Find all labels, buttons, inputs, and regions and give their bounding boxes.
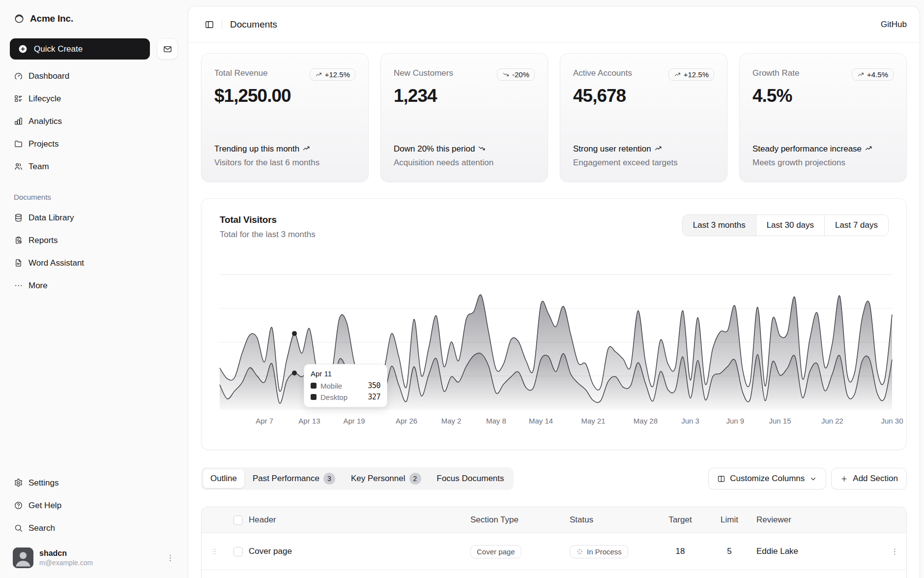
brand[interactable]: Acme Inc.: [8, 7, 180, 30]
trend-badge: -20%: [497, 68, 535, 81]
section-type-badge: Cover page: [470, 545, 521, 558]
nav-label: Word Assistant: [29, 258, 84, 268]
sidebar-item-word-assistant[interactable]: Word Assistant: [8, 253, 180, 273]
quick-create-button[interactable]: Quick Create: [10, 38, 150, 60]
quick-create-row: Quick Create: [10, 38, 178, 60]
sidebar-item-data-library[interactable]: Data Library: [8, 208, 180, 227]
tab-outline[interactable]: Outline: [203, 469, 244, 488]
mail-icon: [163, 44, 173, 54]
nav-label: Settings: [29, 478, 58, 488]
nav-label: Get Help: [29, 501, 61, 511]
trend-up-icon: [674, 71, 681, 78]
sidebar-item-lifecycle[interactable]: Lifecycle: [8, 89, 180, 108]
customize-columns-button[interactable]: Customize Columns: [708, 468, 826, 489]
sidebar-toggle-button[interactable]: [201, 16, 218, 33]
svg-text:Apr 13: Apr 13: [298, 417, 320, 425]
select-all-checkbox[interactable]: [233, 516, 243, 525]
cell-reviewer[interactable]: Eddie Lake: [756, 547, 883, 556]
tooltip-row: Mobile350: [311, 381, 380, 390]
nav-label: Lifecycle: [29, 94, 61, 104]
col-target: Target: [658, 515, 702, 525]
user-row[interactable]: shadcn m@example.com: [8, 544, 180, 572]
sidebar-item-analytics[interactable]: Analytics: [8, 112, 180, 131]
panel-left-icon: [204, 20, 214, 30]
sidebar-item-get-help[interactable]: Get Help: [8, 496, 180, 515]
cell-limit[interactable]: 5: [727, 547, 731, 556]
svg-text:Apr 26: Apr 26: [396, 417, 417, 425]
table-row[interactable]: Cover pageCover pageIn Process185Eddie L…: [202, 533, 906, 570]
area-chart[interactable]: Apr 7Apr 13Apr 19Apr 26May 2May 8May 14M…: [202, 199, 910, 451]
tabs-actions: Customize Columns Add Section: [708, 468, 907, 489]
stat-subtext: Meets growth projections: [752, 158, 894, 168]
inbox-button[interactable]: [157, 38, 178, 60]
tooltip-series-value: 327: [368, 393, 380, 401]
sidebar-item-more[interactable]: More: [8, 276, 180, 295]
nav-label: Search: [29, 523, 55, 533]
report-icon: [14, 236, 23, 245]
trend-up-icon: [315, 71, 322, 78]
page-title: Documents: [230, 19, 277, 30]
sidebar-item-projects[interactable]: Projects: [8, 134, 180, 153]
trend-up-icon: [651, 144, 663, 153]
plus-icon: [840, 475, 848, 483]
brand-name: Acme Inc.: [30, 13, 73, 24]
nav-label: Team: [29, 162, 49, 172]
stat-footnote: Trending up this month: [214, 143, 355, 155]
sidebar-footer: SettingsGet HelpSearch shadcn m@example.…: [8, 473, 180, 572]
stat-title: Total Revenue: [214, 68, 268, 78]
svg-text:Jun 9: Jun 9: [726, 417, 744, 425]
row-checkbox[interactable]: [233, 547, 243, 556]
drag-handle[interactable]: [202, 547, 227, 556]
content: Total Revenue+12.5%$1,250.00Trending up …: [188, 43, 920, 578]
chart-tooltip: Apr 11 Mobile350Desktop327: [304, 364, 387, 407]
cell-target[interactable]: 18: [676, 547, 685, 556]
stat-value: $1,250.00: [214, 86, 355, 106]
col-section-type: Section Type: [470, 515, 570, 525]
nav-label: Reports: [29, 236, 58, 245]
sidebar-item-reports[interactable]: Reports: [8, 231, 180, 250]
nav-label: More: [29, 281, 48, 291]
help-icon: [14, 501, 23, 510]
loader-icon: [576, 548, 583, 555]
tooltip-series-label: Desktop: [320, 393, 364, 401]
stat-footnote: Down 20% this period: [394, 143, 535, 155]
trend-badge: +12.5%: [668, 68, 714, 81]
row-menu-button[interactable]: [890, 547, 899, 556]
users-icon: [14, 162, 23, 171]
sidebar-item-settings[interactable]: Settings: [8, 473, 180, 492]
add-section-button[interactable]: Add Section: [831, 468, 907, 489]
sidebar-item-search[interactable]: Search: [8, 518, 180, 538]
stat-value: 4.5%: [752, 86, 894, 106]
table-row[interactable]: Table of contentsTable of contentsDone29…: [202, 570, 906, 578]
sidebar-section-label: Documents: [8, 193, 180, 201]
col-limit: Limit: [702, 515, 756, 525]
github-link[interactable]: GitHub: [881, 20, 907, 29]
visitors-chart-card: Total Visitors Total for the last 3 mont…: [201, 198, 907, 450]
tab-focus-documents[interactable]: Focus Documents: [430, 469, 512, 488]
user-menu-icon[interactable]: [166, 553, 175, 563]
settings-icon: [14, 478, 23, 487]
dashboard-app: Acme Inc. Quick Create DashboardLifecycl…: [0, 0, 924, 578]
cell-header[interactable]: Cover page: [249, 547, 470, 556]
nav-label: Analytics: [29, 117, 62, 126]
documents-nav: Data LibraryReportsWord AssistantMore: [8, 208, 180, 295]
svg-text:May 14: May 14: [529, 417, 553, 425]
nav-label: Projects: [29, 139, 58, 149]
tooltip-date: Apr 11: [311, 369, 380, 378]
stat-cards: Total Revenue+12.5%$1,250.00Trending up …: [201, 53, 907, 182]
stat-subtext: Engagement exceed targets: [573, 158, 714, 168]
series-swatch: [311, 394, 317, 400]
tab-key-personnel[interactable]: Key Personnel2: [344, 469, 429, 488]
file-word-icon: [14, 258, 23, 268]
trend-badge: +4.5%: [852, 68, 894, 81]
tab-label: Key Personnel: [351, 474, 405, 484]
stat-footnote: Strong user retention: [573, 143, 714, 155]
sidebar-item-team[interactable]: Team: [8, 157, 180, 176]
tab-past-performance[interactable]: Past Performance3: [245, 469, 343, 488]
stat-value: 45,678: [573, 86, 714, 106]
status-badge: In Process: [570, 545, 628, 558]
main-panel: Documents GitHub Total Revenue+12.5%$1,2…: [188, 6, 920, 578]
tooltip-series-value: 350: [368, 381, 380, 390]
sidebar-item-dashboard[interactable]: Dashboard: [8, 66, 180, 86]
footer-nav: SettingsGet HelpSearch: [8, 473, 180, 538]
